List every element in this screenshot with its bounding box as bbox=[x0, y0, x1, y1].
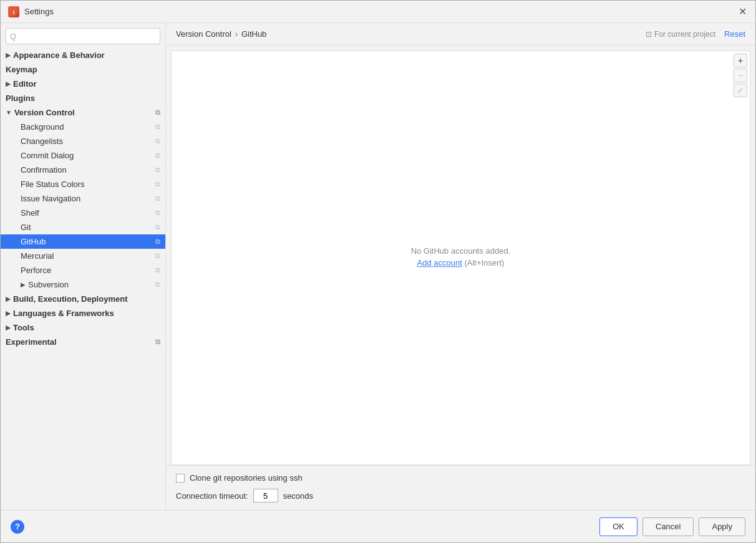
empty-text: No GitHub accounts added. bbox=[411, 246, 511, 256]
sidebar-item-label: Shelf bbox=[21, 208, 39, 218]
footer: ? OK Cancel Apply bbox=[1, 510, 755, 542]
sidebar-item-file-status-colors[interactable]: File Status Colors ⧉ bbox=[1, 177, 165, 191]
sidebar-item-perforce[interactable]: Perforce ⧉ bbox=[1, 263, 165, 277]
copy-icon: ⧉ bbox=[155, 123, 160, 131]
accounts-list-buttons: + − ✓ bbox=[734, 54, 747, 97]
sidebar-item-plugins[interactable]: Plugins bbox=[1, 91, 165, 105]
copy-icon: ⧉ bbox=[155, 151, 160, 160]
expand-arrow: ▼ bbox=[6, 109, 12, 116]
copy-icon: ⧉ bbox=[155, 180, 160, 188]
sidebar-item-changelists[interactable]: Changelists ⧉ bbox=[1, 134, 165, 148]
copy-icon: ⧉ bbox=[155, 252, 160, 260]
accounts-empty-message: No GitHub accounts added. Add account (A… bbox=[411, 246, 511, 267]
sidebar-item-label: Version Control bbox=[14, 108, 75, 117]
copy-icon: ⧉ bbox=[155, 195, 160, 203]
verify-account-button[interactable]: ✓ bbox=[734, 84, 747, 97]
window-title: Settings bbox=[24, 7, 737, 16]
breadcrumb-current: GitHub bbox=[241, 29, 266, 39]
copy-icon: ⧉ bbox=[155, 266, 160, 274]
copy-icon: ⧉ bbox=[155, 166, 160, 174]
sidebar-item-version-control[interactable]: ▼ Version Control ⧉ bbox=[1, 105, 165, 120]
help-button[interactable]: ? bbox=[11, 520, 24, 534]
reset-link[interactable]: Reset bbox=[724, 29, 745, 39]
clone-label: Clone git repositories using ssh bbox=[190, 473, 303, 483]
sidebar-item-github[interactable]: GitHub ⧉ bbox=[1, 234, 165, 249]
cancel-button[interactable]: Cancel bbox=[642, 517, 694, 536]
expand-arrow: ▶ bbox=[6, 296, 11, 302]
sidebar-item-experimental[interactable]: Experimental ⧉ bbox=[1, 335, 165, 349]
sidebar-item-label: Changelists bbox=[21, 137, 63, 146]
settings-window: ! Settings ✕ Q ▶ Appearance & Behavior K… bbox=[0, 0, 756, 543]
remove-account-button[interactable]: − bbox=[734, 69, 747, 82]
sidebar-item-label: Plugins bbox=[6, 94, 35, 103]
timeout-label: Connection timeout: bbox=[176, 491, 248, 501]
add-account-shortcut: (Alt+Insert) bbox=[464, 258, 504, 267]
ok-button[interactable]: OK bbox=[599, 517, 637, 536]
sidebar-item-build[interactable]: ▶ Build, Execution, Deployment bbox=[1, 292, 165, 306]
sidebar-item-label: Background bbox=[21, 122, 64, 132]
sidebar-item-label: GitHub bbox=[21, 237, 46, 246]
copy-icon: ⧉ bbox=[155, 209, 160, 217]
add-account-button[interactable]: + bbox=[734, 54, 747, 67]
clone-ssh-checkbox[interactable] bbox=[176, 474, 185, 483]
close-button[interactable]: ✕ bbox=[737, 6, 748, 17]
footer-buttons: OK Cancel Apply bbox=[599, 517, 745, 536]
sidebar-item-subversion[interactable]: ▶ Subversion ⧉ bbox=[1, 277, 165, 292]
breadcrumb-bar: Version Control › GitHub ⊡ For current p… bbox=[166, 23, 755, 46]
sidebar-item-label: File Status Colors bbox=[21, 180, 85, 189]
sidebar-item-appearance[interactable]: ▶ Appearance & Behavior bbox=[1, 48, 165, 62]
title-bar: ! Settings ✕ bbox=[1, 1, 755, 23]
sidebar-item-editor[interactable]: ▶ Editor bbox=[1, 77, 165, 91]
add-account-link[interactable]: Add account bbox=[417, 258, 462, 267]
sidebar-item-label: Tools bbox=[13, 323, 34, 332]
sidebar-item-background[interactable]: Background ⧉ bbox=[1, 120, 165, 134]
copy-icon: ⧉ bbox=[155, 223, 160, 231]
sidebar-item-label: Editor bbox=[13, 79, 37, 89]
app-icon: ! bbox=[8, 6, 19, 17]
expand-arrow: ▶ bbox=[6, 52, 11, 59]
sidebar-item-shelf[interactable]: Shelf ⧉ bbox=[1, 206, 165, 220]
sidebar-item-mercurial[interactable]: Mercurial ⧉ bbox=[1, 249, 165, 263]
sidebar-item-label: Git bbox=[21, 223, 31, 232]
svg-text:!: ! bbox=[13, 9, 15, 16]
connection-area: Clone git repositories using ssh Connect… bbox=[166, 465, 755, 510]
copy-icon: ⧉ bbox=[155, 108, 160, 117]
accounts-list-area: No GitHub accounts added. Add account (A… bbox=[171, 50, 750, 465]
sidebar-item-label: Subversion bbox=[28, 280, 69, 289]
breadcrumb-separator: › bbox=[235, 30, 238, 39]
sidebar-item-issue-navigation[interactable]: Issue Navigation ⧉ bbox=[1, 191, 165, 206]
timeout-row: Connection timeout: 5 seconds bbox=[176, 489, 745, 502]
expand-arrow: ▶ bbox=[6, 80, 11, 87]
sidebar-item-label: Keymap bbox=[6, 65, 37, 74]
copy-icon: ⧉ bbox=[155, 137, 160, 145]
sidebar-item-commit-dialog[interactable]: Commit Dialog ⧉ bbox=[1, 148, 165, 163]
copy-icon: ⧉ bbox=[155, 238, 160, 246]
sidebar-item-tools[interactable]: ▶ Tools bbox=[1, 320, 165, 335]
sidebar-item-confirmation[interactable]: Confirmation ⧉ bbox=[1, 163, 165, 177]
for-current-project: ⊡ For current project bbox=[646, 30, 715, 39]
sidebar-item-label: Confirmation bbox=[21, 165, 67, 175]
search-icon: Q bbox=[10, 32, 16, 41]
sidebar-item-keymap[interactable]: Keymap bbox=[1, 62, 165, 77]
sidebar-item-label: Commit Dialog bbox=[21, 151, 74, 160]
search-input[interactable] bbox=[19, 32, 156, 41]
content-body: No GitHub accounts added. Add account (A… bbox=[166, 46, 755, 510]
sidebar-item-label: Languages & Frameworks bbox=[13, 309, 114, 318]
sidebar-item-label: Appearance & Behavior bbox=[13, 50, 105, 60]
sidebar-item-label: Build, Execution, Deployment bbox=[13, 294, 127, 304]
copy-icon: ⧉ bbox=[155, 338, 160, 346]
copy-icon: ⧉ bbox=[155, 281, 160, 289]
sidebar-item-label: Issue Navigation bbox=[21, 194, 80, 203]
sidebar: Q ▶ Appearance & Behavior Keymap ▶ Edito… bbox=[1, 23, 166, 510]
for-current-project-label: For current project bbox=[654, 30, 715, 39]
project-icon: ⊡ bbox=[646, 30, 652, 39]
apply-button[interactable]: Apply bbox=[699, 517, 745, 536]
timeout-input[interactable]: 5 bbox=[253, 489, 278, 502]
expand-arrow: ▶ bbox=[6, 310, 11, 317]
sidebar-item-label: Perforce bbox=[21, 266, 51, 275]
sidebar-item-git[interactable]: Git ⧉ bbox=[1, 220, 165, 234]
sidebar-item-languages[interactable]: ▶ Languages & Frameworks bbox=[1, 306, 165, 320]
search-box[interactable]: Q bbox=[6, 28, 160, 44]
timeout-unit: seconds bbox=[283, 491, 313, 501]
main-panel: Version Control › GitHub ⊡ For current p… bbox=[166, 23, 755, 510]
